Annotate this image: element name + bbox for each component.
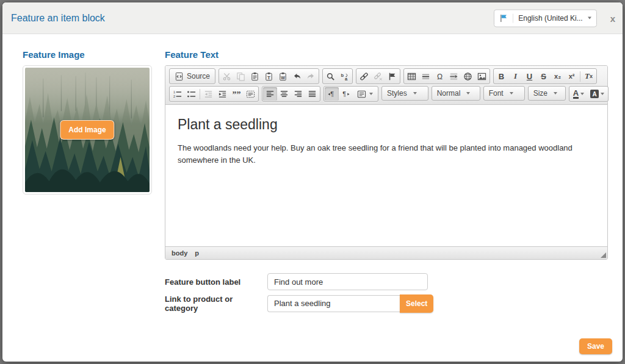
superscript-button[interactable]: x² — [565, 70, 579, 83]
paste-from-word-icon: W — [278, 72, 287, 81]
undo-button[interactable] — [290, 70, 304, 83]
align-left-button[interactable] — [263, 87, 277, 101]
link-to-product-input[interactable] — [267, 295, 400, 312]
font-dropdown[interactable]: Font — [483, 86, 525, 101]
svg-text:b: b — [341, 72, 344, 77]
numbered-list-button[interactable]: 12 — [170, 87, 184, 101]
bulleted-list-button[interactable] — [184, 87, 198, 101]
strikethrough-button[interactable]: S — [536, 70, 551, 83]
chevron-down-icon — [466, 92, 470, 95]
language-button[interactable] — [353, 87, 377, 101]
feature-button-label-input[interactable] — [267, 273, 428, 290]
special-character-icon: Ω — [435, 72, 444, 81]
svg-text:W: W — [281, 75, 285, 79]
source-button[interactable]: Source — [170, 70, 214, 83]
resize-handle[interactable] — [601, 252, 606, 258]
increase-indent-button[interactable] — [215, 87, 229, 101]
path-body[interactable]: body — [172, 249, 187, 257]
unlink-icon — [374, 72, 383, 81]
size-dropdown[interactable]: Size — [528, 86, 566, 101]
increase-indent-icon — [218, 90, 227, 99]
feature-image-heading: Feature Image — [23, 49, 165, 60]
editor-toolbar: Source T W ba — [165, 66, 607, 105]
paste-plain-text-button[interactable]: T — [262, 70, 276, 83]
blockquote-icon: ”” — [232, 90, 241, 99]
source-icon — [175, 72, 184, 81]
text-direction-ltr-button[interactable]: ¶ — [325, 87, 339, 101]
link-button[interactable] — [357, 70, 371, 83]
anchor-button[interactable] — [385, 70, 399, 83]
link-icon — [359, 72, 369, 81]
iframe-button[interactable] — [461, 70, 475, 83]
align-center-button[interactable] — [277, 87, 291, 101]
div-container-button[interactable] — [244, 87, 258, 101]
italic-button[interactable]: I — [508, 70, 522, 83]
editor-paragraph: The woodlands need your help. Buy an oak… — [178, 142, 595, 166]
chevron-down-icon — [601, 93, 604, 95]
select-button[interactable]: Select — [400, 294, 433, 313]
page-break-icon — [449, 72, 458, 81]
chevron-down-icon — [510, 92, 513, 95]
svg-text:””: ”” — [232, 90, 240, 99]
chevron-down-icon — [413, 92, 417, 95]
image-button[interactable] — [475, 70, 489, 83]
feature-text-heading: Feature Text — [165, 49, 613, 60]
svg-text:2: 2 — [173, 94, 175, 98]
text-direction-rtl-button[interactable]: ¶ — [339, 87, 353, 101]
redo-button — [304, 70, 318, 83]
background-color-button[interactable]: A — [587, 87, 607, 101]
svg-text:¶: ¶ — [330, 90, 334, 98]
horizontal-rule-button[interactable] — [419, 70, 433, 83]
remove-format-button[interactable]: Tx — [582, 70, 596, 83]
save-button[interactable]: Save — [579, 338, 612, 354]
text-color-icon: A — [573, 89, 579, 99]
div-container-icon — [246, 90, 255, 99]
format-dropdown[interactable]: Normal — [432, 86, 480, 101]
ltr-icon: ¶ — [327, 90, 336, 99]
editor-heading: Plant a seedling — [178, 116, 595, 133]
paste-icon — [250, 72, 259, 81]
paste-plain-text-icon: T — [264, 72, 273, 81]
flag-icon — [499, 13, 513, 23]
svg-text:¶: ¶ — [342, 90, 346, 98]
styles-dropdown[interactable]: Styles — [381, 86, 428, 101]
language-value: English (United Ki... — [518, 14, 582, 23]
replace-icon: ba — [340, 72, 349, 81]
editor-content[interactable]: Plant a seedling The woodlands need your… — [165, 105, 607, 246]
modal-header: Feature an item block English (United Ki… — [2, 2, 623, 34]
copy-button — [234, 70, 248, 83]
modal-body: Feature Image — [2, 34, 623, 317]
paste-from-word-button[interactable]: W — [276, 70, 290, 83]
decrease-indent-icon — [204, 90, 213, 99]
language-selector[interactable]: English (United Ki... — [494, 9, 596, 27]
close-button[interactable]: x — [610, 13, 615, 23]
align-justify-button[interactable] — [305, 87, 319, 101]
replace-button[interactable]: ba — [338, 70, 352, 83]
blockquote-button[interactable]: ”” — [229, 87, 244, 101]
subscript-button[interactable]: x₂ — [551, 70, 565, 83]
image-icon — [477, 72, 486, 81]
bold-button[interactable]: B — [494, 70, 508, 83]
text-color-button[interactable]: A — [570, 87, 587, 101]
align-right-button[interactable] — [291, 87, 305, 101]
feature-image-section: Feature Image — [23, 49, 165, 317]
rtl-icon: ¶ — [341, 90, 350, 99]
page-break-button[interactable] — [447, 70, 461, 83]
table-button[interactable] — [405, 70, 419, 83]
language-icon — [357, 90, 366, 99]
add-image-button[interactable]: Add Image — [60, 120, 114, 140]
paste-button[interactable] — [248, 70, 262, 83]
chevron-down-icon — [554, 92, 557, 95]
undo-icon — [292, 72, 302, 81]
find-button[interactable] — [323, 70, 338, 83]
path-p[interactable]: p — [195, 249, 199, 257]
globe-icon — [463, 72, 472, 81]
bulleted-list-icon — [187, 90, 196, 99]
background-color-icon: A — [590, 90, 599, 98]
underline-button[interactable]: U — [522, 70, 536, 83]
special-character-button[interactable]: Ω — [433, 70, 447, 83]
toolbar-row-1: Source T W ba — [169, 68, 604, 84]
align-left-icon — [266, 90, 275, 99]
feature-image-preview[interactable]: Add Image — [23, 65, 152, 194]
feature-fields: Feature button label Link to product or … — [165, 273, 613, 313]
